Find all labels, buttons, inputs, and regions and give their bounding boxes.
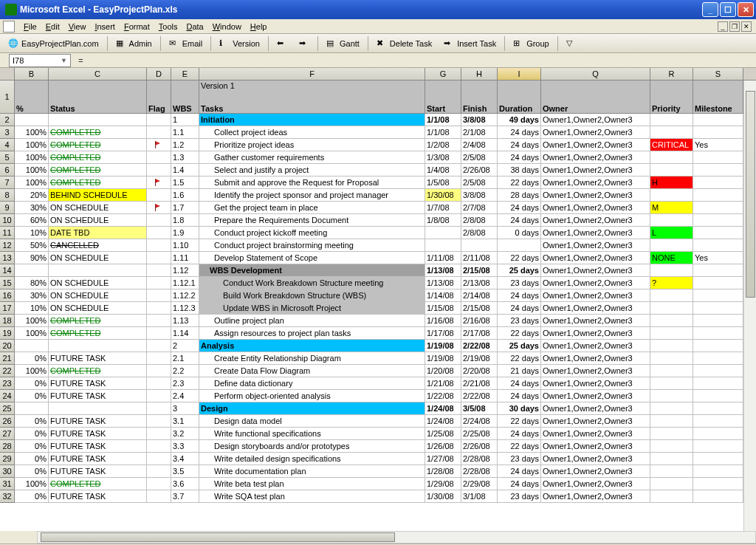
cell-duration[interactable]: 23 days bbox=[498, 277, 541, 289]
cell-pct[interactable]: 100% bbox=[15, 164, 49, 176]
cell-priority[interactable] bbox=[650, 151, 693, 164]
cell-duration[interactable]: 22 days bbox=[498, 440, 541, 453]
cell-wbs[interactable]: 1.9 bbox=[171, 227, 199, 239]
cell-pct[interactable]: 100% bbox=[15, 327, 49, 340]
cell-pct[interactable]: 80% bbox=[15, 277, 49, 289]
cell-flag[interactable] bbox=[147, 440, 171, 453]
cell-flag[interactable] bbox=[147, 465, 171, 478]
cell-start[interactable]: 1/24/08 bbox=[425, 415, 461, 428]
header-milestone[interactable]: Milestone bbox=[693, 80, 743, 114]
cell-start[interactable]: 1/7/08 bbox=[425, 202, 461, 214]
cell-pct[interactable]: 100% bbox=[15, 176, 49, 189]
toolbar-admin[interactable]: ▦Admin bbox=[111, 36, 157, 51]
cell-wbs[interactable]: 3.6 bbox=[171, 478, 199, 490]
cell-owner[interactable]: Owner1,Owner2,Owner3 bbox=[541, 176, 650, 189]
cell-task[interactable]: Create Data Flow Diagram bbox=[199, 365, 425, 377]
cell-start[interactable]: 1/16/08 bbox=[425, 315, 461, 327]
cell-owner[interactable]: Owner1,Owner2,Owner3 bbox=[541, 327, 650, 340]
cell-milestone[interactable] bbox=[693, 239, 743, 252]
cell-pct[interactable]: 0% bbox=[15, 490, 49, 503]
cell-status[interactable]: COMPLETED bbox=[49, 478, 147, 490]
cell-task[interactable]: Analysis bbox=[199, 340, 425, 352]
cell-duration[interactable]: 30 days bbox=[498, 402, 541, 415]
cell-flag[interactable] bbox=[147, 402, 171, 415]
minimize-button[interactable]: _ bbox=[702, 2, 718, 17]
cell-milestone[interactable] bbox=[693, 390, 743, 402]
cell-finish[interactable]: 2/20/08 bbox=[461, 365, 498, 377]
cell-task[interactable]: Select and justify a project bbox=[199, 164, 425, 176]
menu-edit[interactable]: Edit bbox=[41, 21, 64, 32]
cell-pct[interactable]: 0% bbox=[15, 415, 49, 428]
cell-priority[interactable] bbox=[650, 302, 693, 315]
cell-owner[interactable]: Owner1,Owner2,Owner3 bbox=[541, 377, 650, 390]
cell-duration[interactable]: 22 days bbox=[498, 176, 541, 189]
row-header[interactable]: 24 bbox=[0, 390, 15, 402]
row-header[interactable]: 14 bbox=[0, 264, 15, 277]
cell-owner[interactable]: Owner1,Owner2,Owner3 bbox=[541, 189, 650, 202]
cell-duration[interactable]: 25 days bbox=[498, 340, 541, 352]
cell-duration[interactable]: 24 days bbox=[498, 428, 541, 440]
cell-finish[interactable]: 2/15/08 bbox=[461, 264, 498, 277]
cell-pct[interactable]: 10% bbox=[15, 302, 49, 315]
row-header[interactable]: 25 bbox=[0, 402, 15, 415]
cell-status[interactable]: FUTURE TASK bbox=[49, 490, 147, 503]
cell-finish[interactable]: 2/1/08 bbox=[461, 126, 498, 139]
row-header[interactable]: 9 bbox=[0, 202, 15, 214]
cell-milestone[interactable] bbox=[693, 402, 743, 415]
cell-owner[interactable]: Owner1,Owner2,Owner3 bbox=[541, 139, 650, 151]
toolbar-arrow-right[interactable]: ➡ bbox=[294, 36, 315, 51]
cell-flag[interactable] bbox=[147, 239, 171, 252]
cell-finish[interactable]: 2/4/08 bbox=[461, 139, 498, 151]
maximize-button[interactable]: ☐ bbox=[720, 2, 736, 17]
cell-milestone[interactable] bbox=[693, 365, 743, 377]
spreadsheet-grid[interactable]: 1 % Status Flag WBS Version 1 Tasks Star… bbox=[0, 80, 756, 544]
toolbar-email[interactable]: ✉Email bbox=[164, 36, 208, 51]
cell-flag[interactable] bbox=[147, 478, 171, 490]
toolbar-group[interactable]: ⊞Group bbox=[508, 36, 554, 51]
cell-wbs[interactable]: 3.7 bbox=[171, 490, 199, 503]
cell-flag[interactable] bbox=[147, 189, 171, 202]
cell-wbs[interactable]: 1.1 bbox=[171, 126, 199, 139]
cell-flag[interactable] bbox=[147, 139, 171, 151]
menu-file[interactable]: File bbox=[19, 21, 41, 32]
header-priority[interactable]: Priority bbox=[650, 80, 693, 114]
cell-flag[interactable] bbox=[147, 490, 171, 503]
cell-task[interactable]: Outline project plan bbox=[199, 315, 425, 327]
cell-finish[interactable]: 3/8/08 bbox=[461, 189, 498, 202]
cell-pct[interactable]: 100% bbox=[15, 151, 49, 164]
name-box[interactable]: I78 ▼ bbox=[9, 54, 71, 67]
cell-priority[interactable] bbox=[650, 453, 693, 465]
cell-priority[interactable] bbox=[650, 239, 693, 252]
cell-task[interactable]: Initiation bbox=[199, 114, 425, 126]
cell-task[interactable]: Perform object-oriented analysis bbox=[199, 390, 425, 402]
cell-start[interactable]: 1/1/08 bbox=[425, 114, 461, 126]
cell-priority[interactable] bbox=[650, 402, 693, 415]
menu-insert[interactable]: Insert bbox=[90, 21, 120, 32]
cell-owner[interactable]: Owner1,Owner2,Owner3 bbox=[541, 126, 650, 139]
row-header[interactable]: 4 bbox=[0, 139, 15, 151]
row-header[interactable]: 19 bbox=[0, 327, 15, 340]
cell-flag[interactable] bbox=[147, 126, 171, 139]
cell-status[interactable] bbox=[49, 264, 147, 277]
child-restore-button[interactable]: ❐ bbox=[729, 21, 740, 32]
cell-duration[interactable]: 22 days bbox=[498, 352, 541, 365]
cell-priority[interactable] bbox=[650, 415, 693, 428]
cell-task[interactable]: Write detailed design specifications bbox=[199, 453, 425, 465]
toolbar-insert-task[interactable]: ➡Insert Task bbox=[439, 36, 501, 51]
cell-task[interactable]: Write documentation plan bbox=[199, 465, 425, 478]
cell-finish[interactable]: 2/5/08 bbox=[461, 151, 498, 164]
cell-status[interactable]: COMPLETED bbox=[49, 327, 147, 340]
menu-format[interactable]: Format bbox=[120, 21, 154, 32]
cell-flag[interactable] bbox=[147, 428, 171, 440]
cell-milestone[interactable] bbox=[693, 151, 743, 164]
cell-pct[interactable] bbox=[15, 340, 49, 352]
toolbar-easyprojectplan-com[interactable]: 🌐EasyProjectPlan.com bbox=[3, 36, 104, 51]
cell-priority[interactable] bbox=[650, 126, 693, 139]
cell-start[interactable] bbox=[425, 239, 461, 252]
row-header[interactable]: 29 bbox=[0, 453, 15, 465]
cell-task[interactable]: Design data model bbox=[199, 415, 425, 428]
cell-start[interactable]: 1/13/08 bbox=[425, 264, 461, 277]
child-minimize-button[interactable]: _ bbox=[718, 21, 728, 32]
cell-milestone[interactable] bbox=[693, 478, 743, 490]
cell-priority[interactable] bbox=[650, 214, 693, 227]
